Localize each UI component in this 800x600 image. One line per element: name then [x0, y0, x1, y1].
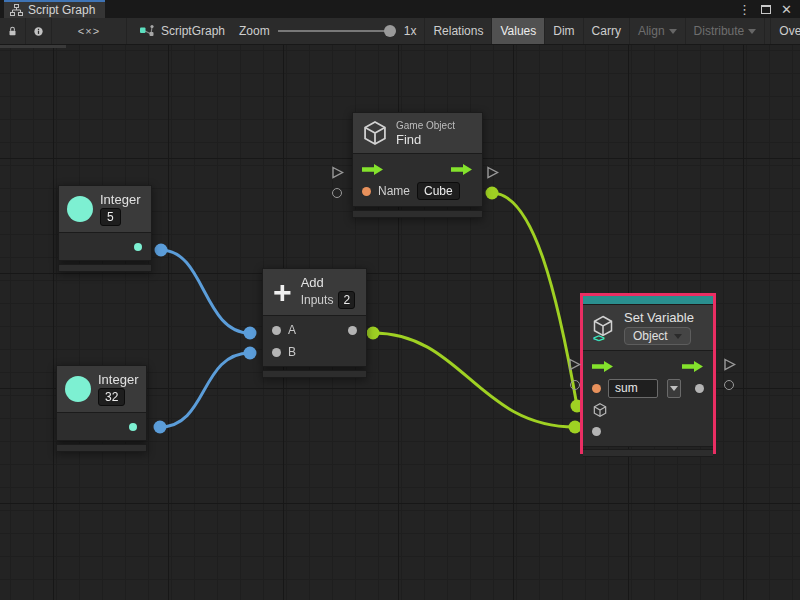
integer-value-field[interactable]: 32 — [98, 388, 125, 406]
variable-name-dropdown-button[interactable] — [667, 379, 681, 398]
node-title: Set Variable — [624, 310, 694, 325]
add-input-b-label: B — [288, 345, 296, 359]
zoom-control: Zoom 1x — [235, 18, 425, 44]
wire-endpoint[interactable] — [486, 187, 499, 200]
integer-type-icon — [65, 376, 91, 402]
node-category: Game Object — [396, 120, 455, 131]
dim-button[interactable]: Dim — [545, 18, 583, 44]
flow-input-arrow-icon[interactable] — [362, 164, 384, 175]
wire-integer32-to-add-b[interactable] — [160, 353, 250, 427]
overview-button[interactable]: Overview — [770, 18, 800, 44]
node-footer — [583, 449, 713, 457]
chevron-down-icon — [674, 334, 682, 339]
variable-kind-strip — [583, 296, 713, 304]
carry-button[interactable]: Carry — [584, 18, 630, 44]
variable-scope-label: Object — [633, 329, 668, 343]
zoom-slider-handle[interactable] — [384, 25, 396, 37]
node-header: <> Set Variable Object — [583, 304, 713, 351]
graph-canvas[interactable]: Integer 5 Integer 32 — [0, 45, 800, 600]
code-x-icon: <×> — [78, 25, 100, 37]
flow-output-arrow-icon[interactable] — [682, 361, 704, 372]
dim-label: Dim — [553, 24, 574, 38]
zoom-value: 1x — [404, 24, 417, 38]
relations-label: Relations — [433, 24, 483, 38]
maximize-icon[interactable] — [761, 5, 771, 14]
gameobject-input-port[interactable] — [592, 402, 608, 418]
tab-bar: Script Graph ⋮ ✕ — [0, 0, 800, 18]
carry-label: Carry — [592, 24, 621, 38]
values-button[interactable]: Values — [492, 18, 545, 44]
value-exit-marker[interactable] — [724, 380, 734, 390]
graph-toolbar: <×> ScriptGraph Zoom 1x Relations Values… — [0, 18, 800, 45]
wire-endpoint[interactable] — [244, 327, 257, 340]
chevron-down-icon — [670, 386, 678, 391]
overview-label: Overview — [779, 24, 800, 38]
integer-value-field[interactable]: 5 — [100, 208, 121, 226]
node-gameobject-find[interactable]: Game Object Find Name Cube — [352, 112, 483, 218]
wire-endpoint[interactable] — [244, 347, 257, 360]
edit-script-button[interactable]: <×> — [52, 18, 127, 44]
wire-endpoint[interactable] — [154, 421, 167, 434]
window-controls: ⋮ ✕ — [738, 0, 800, 18]
add-icon: + — [271, 279, 294, 305]
name-param-label: Name — [378, 184, 410, 198]
node-set-variable[interactable]: <> Set Variable Object — [580, 293, 716, 454]
integer-output-port[interactable] — [134, 243, 142, 251]
value-entry-marker[interactable] — [332, 188, 342, 198]
graph-breadcrumb[interactable]: ScriptGraph — [127, 18, 235, 44]
node-integer-32[interactable]: Integer 32 — [56, 365, 147, 452]
menu-dots-icon[interactable]: ⋮ — [738, 3, 751, 16]
node-title: Integer — [100, 192, 140, 207]
flow-exit-marker[interactable] — [723, 357, 736, 375]
name-input-port[interactable] — [362, 187, 371, 196]
cube-icon — [361, 119, 389, 147]
variable-name-port[interactable] — [592, 384, 601, 393]
add-output-port[interactable] — [348, 326, 357, 335]
lock-button[interactable] — [0, 18, 26, 44]
wire-integer5-to-add-a[interactable] — [161, 250, 250, 333]
values-label: Values — [500, 24, 536, 38]
node-header: Integer 5 — [58, 185, 152, 233]
node-title: Add — [301, 275, 355, 290]
inputs-count-field[interactable]: 2 — [338, 291, 355, 309]
add-input-b-port[interactable] — [272, 348, 281, 357]
inputs-label: Inputs — [301, 293, 334, 307]
value-entry-marker[interactable] — [570, 380, 580, 390]
distribute-button[interactable]: Distribute — [686, 18, 766, 44]
node-header: Game Object Find — [352, 112, 483, 154]
graph-name-label: ScriptGraph — [161, 24, 225, 38]
name-value-field[interactable]: Cube — [417, 182, 460, 200]
node-footer — [352, 210, 483, 218]
node-integer-5[interactable]: Integer 5 — [58, 185, 152, 272]
node-footer — [56, 444, 147, 452]
flow-input-arrow-icon[interactable] — [592, 361, 614, 372]
flow-entry-marker[interactable] — [331, 165, 344, 183]
value-input-port[interactable] — [592, 427, 601, 436]
wire-find-to-setvariable-object[interactable] — [492, 193, 577, 406]
zoom-slider[interactable] — [278, 24, 396, 38]
value-output-port[interactable] — [695, 384, 704, 393]
node-add[interactable]: + Add Inputs 2 A B — [262, 268, 367, 378]
zoom-label: Zoom — [239, 24, 270, 38]
tab-script-graph[interactable]: Script Graph — [4, 0, 105, 18]
node-title: Integer — [98, 372, 138, 387]
script-graph-icon — [139, 24, 155, 38]
wire-add-to-setvariable-value[interactable] — [373, 333, 575, 427]
add-input-a-port[interactable] — [272, 326, 281, 335]
integer-output-port[interactable] — [129, 423, 137, 431]
variable-name-field[interactable]: sum — [608, 379, 658, 398]
wire-endpoint[interactable] — [367, 327, 380, 340]
node-header: Integer 32 — [56, 365, 147, 413]
inspector-button[interactable] — [26, 18, 52, 44]
flow-exit-marker[interactable] — [486, 165, 499, 183]
wire-endpoint[interactable] — [155, 244, 168, 257]
node-header: + Add Inputs 2 — [262, 268, 367, 316]
close-icon[interactable]: ✕ — [781, 3, 792, 16]
flow-entry-marker[interactable] — [568, 357, 581, 375]
flow-output-arrow-icon[interactable] — [451, 164, 473, 175]
variable-scope-dropdown[interactable]: Object — [624, 327, 691, 345]
relations-button[interactable]: Relations — [425, 18, 492, 44]
zoom-slider-track[interactable] — [278, 30, 386, 32]
align-button[interactable]: Align — [630, 18, 686, 44]
graph-tree-icon — [10, 4, 23, 16]
